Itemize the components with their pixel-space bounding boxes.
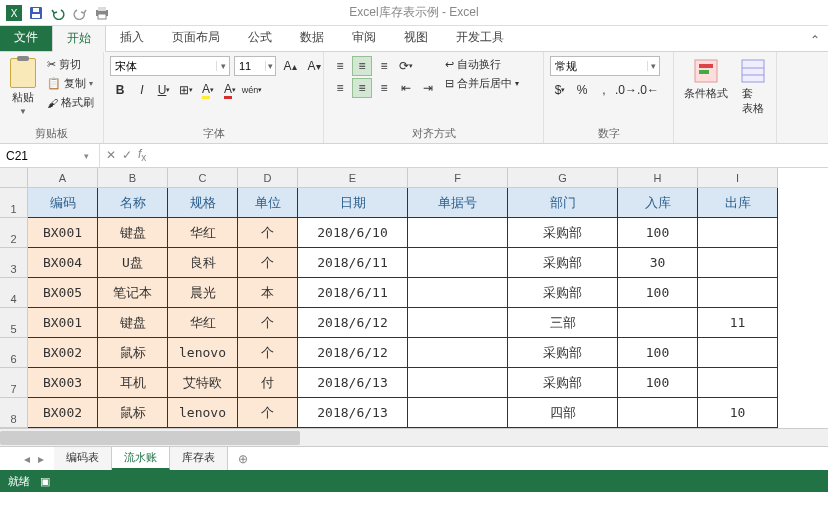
- tab-视图[interactable]: 视图: [390, 24, 442, 51]
- orientation-icon[interactable]: ⟳▾: [396, 56, 416, 76]
- data-cell[interactable]: [408, 278, 508, 308]
- header-cell[interactable]: 单据号: [408, 188, 508, 218]
- data-cell[interactable]: 2018/6/10: [298, 218, 408, 248]
- data-cell[interactable]: [408, 248, 508, 278]
- data-cell[interactable]: [698, 368, 778, 398]
- tab-文件[interactable]: 文件: [0, 24, 52, 51]
- data-cell[interactable]: [698, 248, 778, 278]
- quickprint-icon[interactable]: [92, 3, 112, 23]
- data-cell[interactable]: 鼠标: [98, 338, 168, 368]
- header-cell[interactable]: 单位: [238, 188, 298, 218]
- data-cell[interactable]: [618, 398, 698, 428]
- header-cell[interactable]: 入库: [618, 188, 698, 218]
- macro-record-icon[interactable]: ▣: [40, 475, 50, 488]
- data-cell[interactable]: [408, 398, 508, 428]
- data-cell[interactable]: 四部: [508, 398, 618, 428]
- data-cell[interactable]: 个: [238, 398, 298, 428]
- data-cell[interactable]: [698, 278, 778, 308]
- data-cell[interactable]: 个: [238, 218, 298, 248]
- align-middle-icon[interactable]: ≡: [352, 56, 372, 76]
- data-cell[interactable]: 艾特欧: [168, 368, 238, 398]
- sheet-tab[interactable]: 流水账: [112, 447, 170, 470]
- tab-页面布局[interactable]: 页面布局: [158, 24, 234, 51]
- percent-icon[interactable]: %: [572, 80, 592, 100]
- align-center-icon[interactable]: ≡: [352, 78, 372, 98]
- sheet-tab[interactable]: 编码表: [54, 447, 112, 470]
- col-header[interactable]: A: [28, 168, 98, 188]
- indent-left-icon[interactable]: ⇤: [396, 78, 416, 98]
- row-header[interactable]: 2: [0, 218, 28, 248]
- data-cell[interactable]: 10: [698, 398, 778, 428]
- tab-nav-next-icon[interactable]: ▸: [34, 452, 48, 466]
- cut-button[interactable]: ✂剪切: [44, 56, 97, 73]
- tab-开始[interactable]: 开始: [52, 24, 106, 52]
- data-cell[interactable]: 鼠标: [98, 398, 168, 428]
- row-header[interactable]: 1: [0, 188, 28, 218]
- format-painter-button[interactable]: 🖌格式刷: [44, 94, 97, 111]
- data-cell[interactable]: BX001: [28, 218, 98, 248]
- data-cell[interactable]: lenovo: [168, 398, 238, 428]
- align-top-icon[interactable]: ≡: [330, 56, 350, 76]
- data-cell[interactable]: [698, 218, 778, 248]
- data-cell[interactable]: U盘: [98, 248, 168, 278]
- tab-审阅[interactable]: 审阅: [338, 24, 390, 51]
- tab-插入[interactable]: 插入: [106, 24, 158, 51]
- data-cell[interactable]: 采购部: [508, 248, 618, 278]
- data-cell[interactable]: [408, 308, 508, 338]
- font-color-icon[interactable]: A▾: [220, 80, 240, 100]
- data-cell[interactable]: 2018/6/12: [298, 338, 408, 368]
- data-cell[interactable]: 采购部: [508, 278, 618, 308]
- data-cell[interactable]: 耳机: [98, 368, 168, 398]
- decrease-font-icon[interactable]: A▾: [304, 56, 324, 76]
- row-header[interactable]: 6: [0, 338, 28, 368]
- font-name-combo[interactable]: ▾: [110, 56, 230, 76]
- sheet-tab[interactable]: 库存表: [170, 447, 228, 470]
- data-cell[interactable]: 2018/6/12: [298, 308, 408, 338]
- comma-icon[interactable]: ,: [594, 80, 614, 100]
- horizontal-scrollbar[interactable]: [0, 428, 828, 446]
- enter-icon[interactable]: ✓: [122, 148, 132, 162]
- data-cell[interactable]: BX005: [28, 278, 98, 308]
- format-table-button[interactable]: 套 表格: [736, 56, 770, 118]
- wrap-text-button[interactable]: ↩自动换行: [442, 56, 522, 73]
- cancel-icon[interactable]: ✕: [106, 148, 116, 162]
- header-cell[interactable]: 出库: [698, 188, 778, 218]
- col-header[interactable]: C: [168, 168, 238, 188]
- underline-icon[interactable]: U▾: [154, 80, 174, 100]
- align-bottom-icon[interactable]: ≡: [374, 56, 394, 76]
- data-cell[interactable]: 付: [238, 368, 298, 398]
- conditional-format-button[interactable]: 条件格式: [680, 56, 732, 103]
- worksheet-grid[interactable]: ABCDEFGHI 1编码名称规格单位日期单据号部门入库出库2BX001键盘华红…: [0, 168, 828, 428]
- data-cell[interactable]: [408, 218, 508, 248]
- data-cell[interactable]: lenovo: [168, 338, 238, 368]
- ribbon-collapse-icon[interactable]: ⌃: [802, 29, 828, 51]
- tab-nav-prev-icon[interactable]: ◂: [20, 452, 34, 466]
- accounting-icon[interactable]: $▾: [550, 80, 570, 100]
- phonetic-icon[interactable]: wén▾: [242, 80, 262, 100]
- data-cell[interactable]: BX003: [28, 368, 98, 398]
- number-format-combo[interactable]: ▾: [550, 56, 660, 76]
- col-header[interactable]: F: [408, 168, 508, 188]
- data-cell[interactable]: 晨光: [168, 278, 238, 308]
- data-cell[interactable]: 采购部: [508, 368, 618, 398]
- data-cell[interactable]: 100: [618, 338, 698, 368]
- data-cell[interactable]: 100: [618, 278, 698, 308]
- data-cell[interactable]: 采购部: [508, 218, 618, 248]
- row-header[interactable]: 4: [0, 278, 28, 308]
- data-cell[interactable]: 2018/6/11: [298, 248, 408, 278]
- select-all-corner[interactable]: [0, 168, 28, 188]
- data-cell[interactable]: [408, 368, 508, 398]
- new-sheet-icon[interactable]: ⊕: [234, 452, 252, 466]
- col-header[interactable]: E: [298, 168, 408, 188]
- paste-button[interactable]: 粘贴 ▼: [6, 56, 40, 118]
- data-cell[interactable]: [618, 308, 698, 338]
- row-header[interactable]: 3: [0, 248, 28, 278]
- data-cell[interactable]: BX002: [28, 398, 98, 428]
- align-left-icon[interactable]: ≡: [330, 78, 350, 98]
- data-cell[interactable]: 本: [238, 278, 298, 308]
- data-cell[interactable]: 键盘: [98, 308, 168, 338]
- header-cell[interactable]: 名称: [98, 188, 168, 218]
- header-cell[interactable]: 部门: [508, 188, 618, 218]
- data-cell[interactable]: BX004: [28, 248, 98, 278]
- data-cell[interactable]: 键盘: [98, 218, 168, 248]
